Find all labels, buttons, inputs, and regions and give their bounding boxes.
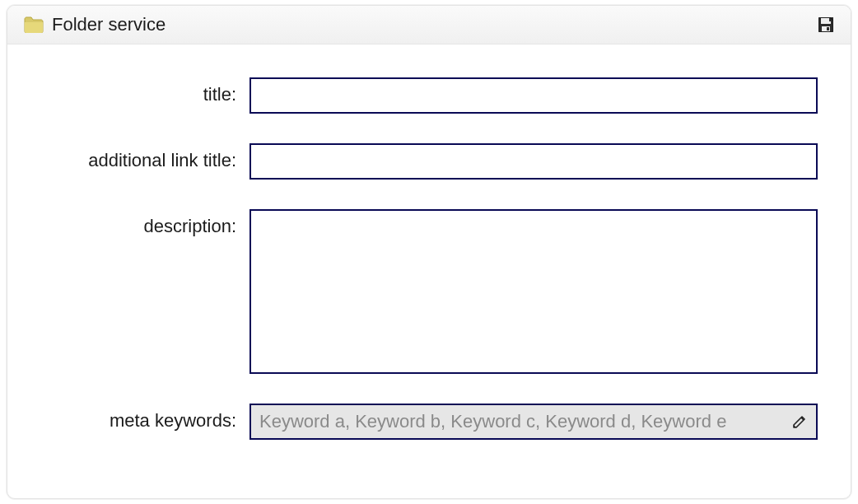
keywords-field-wrap [249, 404, 818, 440]
save-button[interactable] [818, 16, 834, 33]
label-keywords: meta keywords: [40, 404, 249, 432]
panel-body: title: additional link title: descriptio… [7, 44, 851, 440]
svg-rect-4 [829, 17, 833, 21]
row-keywords: meta keywords: [40, 404, 818, 440]
row-description: description: [40, 209, 818, 374]
panel-header-left: Folder service [24, 14, 166, 35]
page-title: Folder service [52, 14, 166, 35]
folder-icon [24, 16, 44, 33]
linktitle-input[interactable] [249, 143, 818, 180]
panel-header: Folder service [7, 6, 851, 44]
pencil-icon [791, 413, 808, 430]
linktitle-field-wrap [249, 143, 818, 180]
keywords-input[interactable] [249, 404, 784, 440]
svg-rect-3 [827, 27, 829, 30]
edit-keywords-button[interactable] [784, 404, 818, 440]
description-field-wrap [249, 209, 818, 374]
label-description: description: [40, 209, 249, 237]
label-title: title: [40, 77, 249, 105]
title-field-wrap [249, 77, 818, 114]
row-title: title: [40, 77, 818, 114]
label-linktitle: additional link title: [40, 143, 249, 171]
folder-service-panel: Folder service title: additional link ti… [7, 5, 851, 499]
row-linktitle: additional link title: [40, 143, 818, 180]
description-input[interactable] [249, 209, 818, 374]
title-input[interactable] [249, 77, 818, 114]
